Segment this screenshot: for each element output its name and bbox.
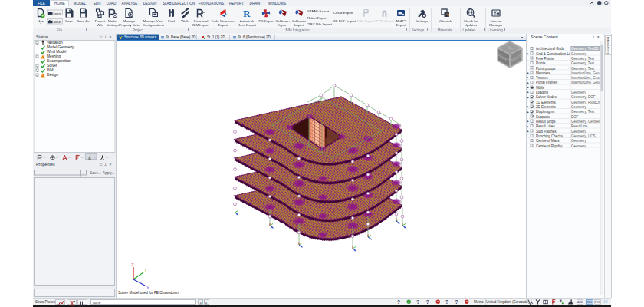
svg-text:R: R (243, 8, 251, 18)
svg-text:Y: Y (144, 268, 147, 272)
svg-text:Z: Z (131, 262, 134, 267)
